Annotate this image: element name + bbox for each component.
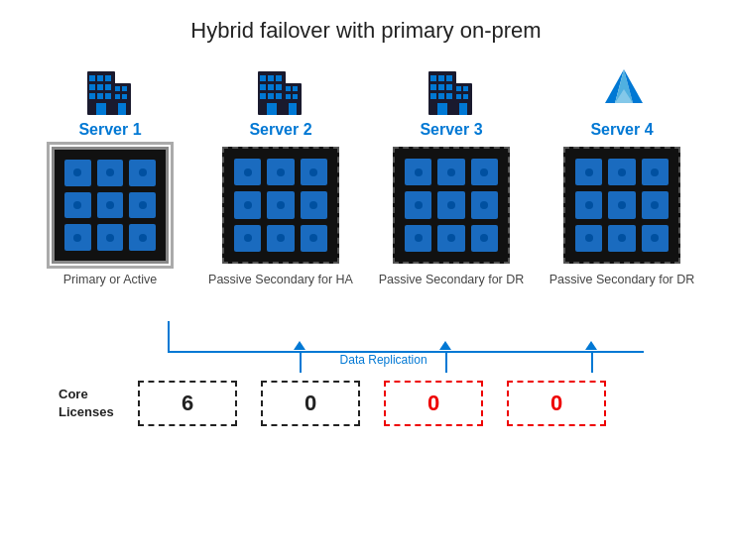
svg-rect-27 [267,103,277,115]
page: Hybrid failover with primary on-prem [0,0,732,560]
svg-rect-33 [289,103,297,115]
arrow-up-s3 [439,341,451,350]
chip-2-1 [234,159,261,185]
chip-1-8 [97,224,124,251]
chip-1-4 [64,192,91,219]
license-box-3: 0 [384,381,483,426]
license-value-3: 0 [427,391,439,416]
license-value-4: 0 [550,391,562,416]
svg-rect-21 [260,84,266,90]
chip-3-9 [471,225,498,252]
svg-rect-19 [268,75,274,81]
svg-rect-16 [118,103,126,115]
chip-1-9 [129,224,156,251]
chip-2-2 [267,159,294,185]
connector-area: Data Replication [59,321,673,373]
server-3-chipbox [393,147,510,264]
chip-4-9 [642,225,669,252]
svg-rect-12 [115,86,120,91]
chip-3-3 [471,159,498,185]
svg-rect-29 [286,86,291,91]
arrow-up-s4 [585,341,597,350]
svg-rect-26 [276,93,282,99]
chip-2-4 [234,191,261,218]
svg-rect-49 [463,94,468,99]
server-3-label: Passive Secondary for DR [379,272,525,321]
vertical-line-s2 [300,351,302,373]
chip-2-3 [301,159,327,185]
server-2-label: Passive Secondary for HA [208,272,353,321]
servers-row: Server 1 Primary or Active [37,61,695,321]
svg-rect-5 [97,84,103,90]
license-box-2: 0 [261,381,360,426]
svg-rect-37 [446,75,452,81]
svg-rect-3 [105,75,111,81]
svg-rect-40 [446,84,452,90]
svg-rect-22 [268,84,274,90]
svg-rect-8 [97,93,103,99]
license-box-1: 6 [138,381,237,426]
svg-rect-48 [456,94,461,99]
svg-rect-32 [293,94,298,99]
vertical-line-s1 [168,321,170,351]
chip-1-6 [129,192,156,219]
chip-4-3 [642,159,669,185]
chip-4-5 [608,191,635,218]
license-boxes: 6 0 0 0 [138,381,606,426]
svg-rect-14 [115,94,120,99]
vertical-line-s3 [445,351,447,373]
building-icon-1 [85,61,135,115]
license-box-4: 0 [507,381,606,426]
server-col-3: Server 3 Passive Secondary for DR [378,61,525,321]
chip-2-5 [267,191,294,218]
svg-rect-36 [438,75,444,81]
svg-rect-1 [89,75,95,81]
server-1-label: Primary or Active [63,272,157,321]
chip-4-1 [575,159,602,185]
svg-rect-39 [438,84,444,90]
svg-rect-25 [268,93,274,99]
server-col-1: Server 1 Primary or Active [37,61,183,321]
chip-3-8 [437,225,464,252]
chip-3-1 [405,159,431,185]
server-4-label: Passive Secondary for DR [549,272,695,321]
svg-rect-23 [276,84,282,90]
chip-2-8 [267,225,294,252]
server-1-chipbox [52,147,169,264]
chip-2-6 [301,191,327,218]
svg-rect-42 [438,93,444,99]
chip-4-8 [608,225,635,252]
chip-4-7 [575,225,602,252]
server-3-name: Server 3 [420,121,482,139]
chip-3-6 [471,191,498,218]
svg-rect-30 [293,86,298,91]
svg-rect-7 [89,93,95,99]
chip-3-4 [405,191,431,218]
chip-4-6 [642,191,669,218]
arrow-up-s2 [294,341,305,350]
svg-rect-6 [105,84,111,90]
building-icon-3 [427,61,476,115]
svg-rect-46 [456,86,461,91]
svg-rect-4 [89,84,95,90]
chip-1-5 [97,192,124,219]
chip-2-7 [234,225,261,252]
chip-1-2 [97,160,124,186]
chip-1-7 [64,224,91,251]
svg-rect-2 [97,75,103,81]
svg-rect-18 [260,75,266,81]
svg-rect-50 [459,103,467,115]
svg-rect-31 [286,94,291,99]
svg-rect-47 [463,86,468,91]
server-col-4: Server 4 Passive Secondary for DR [549,61,695,321]
svg-rect-15 [122,94,127,99]
server-2-chipbox [222,147,339,264]
svg-rect-10 [96,103,106,115]
chip-4-2 [608,159,635,185]
license-value-2: 0 [305,391,316,416]
server-4-chipbox [563,147,680,264]
chip-3-2 [437,159,464,185]
server-col-2: Server 2 Passive Secondary for HA [207,61,354,321]
svg-rect-9 [105,93,111,99]
svg-rect-43 [446,93,452,99]
